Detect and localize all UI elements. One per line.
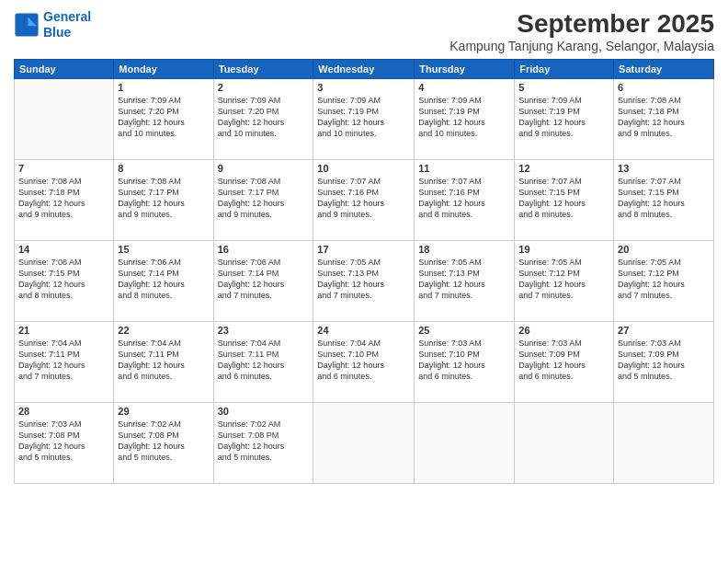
day-number: 14 (18, 244, 109, 255)
calendar-cell (415, 403, 515, 484)
header-day-thursday: Thursday (415, 60, 515, 79)
page: General Blue September 2025 Kampung Tanj… (0, 0, 728, 563)
day-info: Sunrise: 7:09 AM Sunset: 7:20 PM Dayligh… (218, 95, 310, 140)
calendar-cell: 20Sunrise: 7:05 AM Sunset: 7:12 PM Dayli… (614, 241, 714, 322)
header-day-sunday: Sunday (15, 60, 114, 79)
header-day-friday: Friday (515, 60, 614, 79)
calendar-cell: 19Sunrise: 7:05 AM Sunset: 7:12 PM Dayli… (515, 241, 614, 322)
day-info: Sunrise: 7:09 AM Sunset: 7:19 PM Dayligh… (518, 95, 609, 140)
day-info: Sunrise: 7:05 AM Sunset: 7:12 PM Dayligh… (618, 257, 710, 302)
day-number: 5 (518, 82, 609, 93)
day-number: 6 (618, 82, 710, 93)
day-number: 28 (18, 406, 109, 417)
day-number: 20 (618, 244, 710, 255)
calendar-cell: 10Sunrise: 7:07 AM Sunset: 7:16 PM Dayli… (313, 160, 415, 241)
day-info: Sunrise: 7:04 AM Sunset: 7:11 PM Dayligh… (118, 338, 209, 383)
day-number: 15 (118, 244, 209, 255)
header-day-tuesday: Tuesday (213, 60, 313, 79)
day-info: Sunrise: 7:02 AM Sunset: 7:08 PM Dayligh… (218, 419, 310, 464)
day-number: 19 (518, 244, 609, 255)
day-info: Sunrise: 7:03 AM Sunset: 7:09 PM Dayligh… (618, 338, 710, 383)
calendar-cell: 30Sunrise: 7:02 AM Sunset: 7:08 PM Dayli… (213, 403, 313, 484)
calendar-cell: 15Sunrise: 7:06 AM Sunset: 7:14 PM Dayli… (114, 241, 213, 322)
calendar-body: 1Sunrise: 7:09 AM Sunset: 7:20 PM Daylig… (15, 79, 714, 484)
day-number: 12 (518, 163, 609, 174)
day-info: Sunrise: 7:06 AM Sunset: 7:14 PM Dayligh… (218, 257, 310, 302)
day-number: 24 (317, 325, 410, 336)
calendar-cell: 5Sunrise: 7:09 AM Sunset: 7:19 PM Daylig… (515, 79, 614, 160)
header-day-saturday: Saturday (614, 60, 714, 79)
day-number: 13 (618, 163, 710, 174)
week-row-4: 28Sunrise: 7:03 AM Sunset: 7:08 PM Dayli… (15, 403, 714, 484)
day-info: Sunrise: 7:05 AM Sunset: 7:13 PM Dayligh… (317, 257, 410, 302)
calendar: SundayMondayTuesdayWednesdayThursdayFrid… (14, 59, 714, 484)
day-info: Sunrise: 7:07 AM Sunset: 7:16 PM Dayligh… (418, 176, 510, 221)
calendar-cell: 14Sunrise: 7:06 AM Sunset: 7:15 PM Dayli… (15, 241, 114, 322)
calendar-cell: 4Sunrise: 7:09 AM Sunset: 7:19 PM Daylig… (415, 79, 515, 160)
day-info: Sunrise: 7:09 AM Sunset: 7:19 PM Dayligh… (418, 95, 510, 140)
day-info: Sunrise: 7:07 AM Sunset: 7:16 PM Dayligh… (317, 176, 410, 221)
calendar-cell: 24Sunrise: 7:04 AM Sunset: 7:10 PM Dayli… (313, 322, 415, 403)
day-number: 25 (418, 325, 510, 336)
day-info: Sunrise: 7:05 AM Sunset: 7:13 PM Dayligh… (418, 257, 510, 302)
calendar-header: SundayMondayTuesdayWednesdayThursdayFrid… (15, 60, 714, 79)
day-number: 26 (518, 325, 609, 336)
calendar-cell: 13Sunrise: 7:07 AM Sunset: 7:15 PM Dayli… (614, 160, 714, 241)
day-number: 29 (118, 406, 209, 417)
logo: General Blue (14, 9, 91, 40)
calendar-cell: 1Sunrise: 7:09 AM Sunset: 7:20 PM Daylig… (114, 79, 213, 160)
day-number: 9 (218, 163, 310, 174)
day-info: Sunrise: 7:06 AM Sunset: 7:15 PM Dayligh… (18, 257, 109, 302)
calendar-cell: 21Sunrise: 7:04 AM Sunset: 7:11 PM Dayli… (15, 322, 114, 403)
day-info: Sunrise: 7:04 AM Sunset: 7:10 PM Dayligh… (317, 338, 410, 383)
day-number: 16 (218, 244, 310, 255)
day-info: Sunrise: 7:09 AM Sunset: 7:20 PM Dayligh… (118, 95, 209, 140)
day-info: Sunrise: 7:03 AM Sunset: 7:10 PM Dayligh… (418, 338, 510, 383)
calendar-cell (15, 79, 114, 160)
day-number: 1 (118, 82, 209, 93)
day-number: 10 (317, 163, 410, 174)
calendar-cell: 11Sunrise: 7:07 AM Sunset: 7:16 PM Dayli… (415, 160, 515, 241)
logo-text: General Blue (43, 9, 91, 40)
day-info: Sunrise: 7:04 AM Sunset: 7:11 PM Dayligh… (18, 338, 109, 383)
calendar-cell: 7Sunrise: 7:08 AM Sunset: 7:18 PM Daylig… (15, 160, 114, 241)
week-row-3: 21Sunrise: 7:04 AM Sunset: 7:11 PM Dayli… (15, 322, 714, 403)
logo-icon (14, 12, 40, 38)
day-number: 21 (18, 325, 109, 336)
day-number: 22 (118, 325, 209, 336)
calendar-cell: 16Sunrise: 7:06 AM Sunset: 7:14 PM Dayli… (213, 241, 313, 322)
calendar-cell: 9Sunrise: 7:08 AM Sunset: 7:17 PM Daylig… (213, 160, 313, 241)
day-info: Sunrise: 7:03 AM Sunset: 7:08 PM Dayligh… (18, 419, 109, 464)
logo-blue-text: Blue (43, 25, 71, 40)
day-info: Sunrise: 7:08 AM Sunset: 7:17 PM Dayligh… (118, 176, 209, 221)
day-info: Sunrise: 7:04 AM Sunset: 7:11 PM Dayligh… (218, 338, 310, 383)
day-info: Sunrise: 7:09 AM Sunset: 7:19 PM Dayligh… (317, 95, 410, 140)
month-title: September 2025 (449, 9, 714, 39)
header: General Blue September 2025 Kampung Tanj… (14, 9, 714, 53)
calendar-cell: 23Sunrise: 7:04 AM Sunset: 7:11 PM Dayli… (213, 322, 313, 403)
calendar-cell: 12Sunrise: 7:07 AM Sunset: 7:15 PM Dayli… (515, 160, 614, 241)
day-info: Sunrise: 7:08 AM Sunset: 7:17 PM Dayligh… (218, 176, 310, 221)
day-number: 4 (418, 82, 510, 93)
svg-marker-2 (28, 26, 37, 35)
day-info: Sunrise: 7:03 AM Sunset: 7:09 PM Dayligh… (518, 338, 609, 383)
day-info: Sunrise: 7:07 AM Sunset: 7:15 PM Dayligh… (618, 176, 710, 221)
calendar-cell: 8Sunrise: 7:08 AM Sunset: 7:17 PM Daylig… (114, 160, 213, 241)
calendar-cell: 2Sunrise: 7:09 AM Sunset: 7:20 PM Daylig… (213, 79, 313, 160)
calendar-cell: 22Sunrise: 7:04 AM Sunset: 7:11 PM Dayli… (114, 322, 213, 403)
day-info: Sunrise: 7:08 AM Sunset: 7:18 PM Dayligh… (18, 176, 109, 221)
location-subtitle: Kampung Tanjung Karang, Selangor, Malays… (449, 39, 714, 53)
week-row-2: 14Sunrise: 7:06 AM Sunset: 7:15 PM Dayli… (15, 241, 714, 322)
day-number: 30 (218, 406, 310, 417)
day-number: 2 (218, 82, 310, 93)
day-info: Sunrise: 7:08 AM Sunset: 7:18 PM Dayligh… (618, 95, 710, 140)
calendar-cell: 25Sunrise: 7:03 AM Sunset: 7:10 PM Dayli… (415, 322, 515, 403)
calendar-cell: 28Sunrise: 7:03 AM Sunset: 7:08 PM Dayli… (15, 403, 114, 484)
day-number: 23 (218, 325, 310, 336)
day-info: Sunrise: 7:07 AM Sunset: 7:15 PM Dayligh… (518, 176, 609, 221)
logo-general: General (43, 9, 91, 24)
header-day-monday: Monday (114, 60, 213, 79)
calendar-cell: 17Sunrise: 7:05 AM Sunset: 7:13 PM Dayli… (313, 241, 415, 322)
calendar-cell (313, 403, 415, 484)
calendar-cell (614, 403, 714, 484)
